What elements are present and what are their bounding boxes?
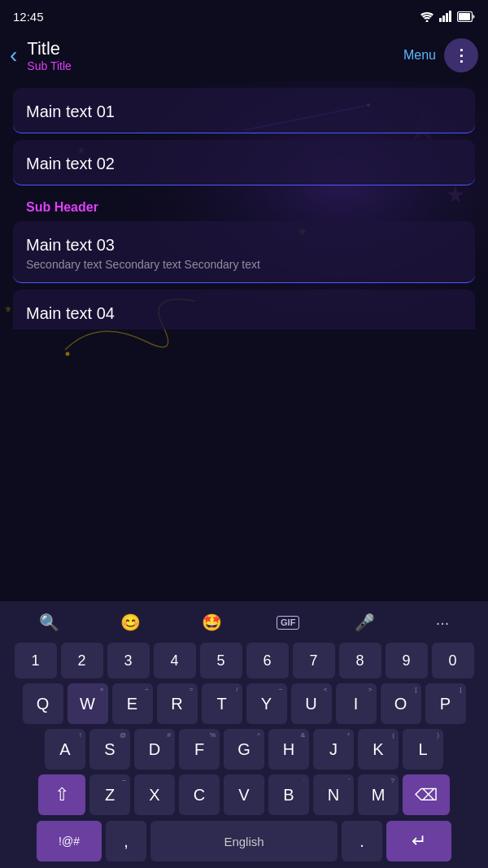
key-w[interactable]: W× bbox=[68, 683, 108, 724]
sub-header: Sub Header bbox=[13, 192, 475, 221]
sticker-tool-button[interactable]: 🤩 bbox=[195, 609, 229, 635]
key-8[interactable]: 8 bbox=[339, 643, 381, 678]
menu-dots-button[interactable]: ⋮ bbox=[444, 38, 478, 72]
status-time: 12:45 bbox=[13, 10, 44, 24]
key-j[interactable]: J* bbox=[313, 729, 354, 770]
gif-tool-button[interactable]: GIF bbox=[277, 616, 299, 630]
comma-key[interactable]: , bbox=[106, 821, 146, 861]
key-3[interactable]: 3 bbox=[107, 643, 150, 678]
shift-button[interactable]: ⇧ bbox=[38, 774, 85, 815]
back-button[interactable]: ‹ bbox=[10, 44, 17, 67]
key-4[interactable]: 4 bbox=[154, 643, 196, 678]
mic-tool-button[interactable]: 🎤 bbox=[348, 609, 381, 635]
key-5[interactable]: 5 bbox=[200, 643, 242, 678]
key-n[interactable]: N' bbox=[313, 774, 354, 815]
key-d[interactable]: D# bbox=[134, 729, 175, 770]
list-item-3-title: Main text 03 bbox=[26, 236, 462, 255]
list-item-1-title: Main text 01 bbox=[26, 103, 462, 121]
svg-rect-6 bbox=[459, 13, 470, 20]
key-e[interactable]: E÷ bbox=[112, 683, 153, 724]
list-item-3-secondary: Secondary text Secondary text Secondary … bbox=[26, 258, 462, 271]
key-m[interactable]: M? bbox=[358, 774, 399, 815]
period-key[interactable]: . bbox=[342, 821, 382, 861]
bottom-row: !@# , English . ↵ bbox=[0, 818, 488, 868]
key-h[interactable]: H& bbox=[268, 729, 309, 770]
svg-rect-3 bbox=[446, 13, 448, 22]
key-c[interactable]: C bbox=[179, 774, 220, 815]
more-tool-button[interactable]: ··· bbox=[429, 610, 456, 635]
list-item-4[interactable]: Main text 04 bbox=[13, 290, 475, 329]
asdf-row: A! S@ D# F% G^ H& J* K( L) bbox=[0, 726, 488, 772]
key-a[interactable]: A! bbox=[45, 729, 85, 770]
dots-icon: ⋮ bbox=[453, 46, 470, 65]
svg-rect-1 bbox=[439, 18, 442, 22]
header-subtitle: Sub Title bbox=[27, 59, 403, 72]
key-7[interactable]: 7 bbox=[293, 643, 335, 678]
qwerty-row: Q W× E÷ R= T/ Y− U< I> O[ P] bbox=[0, 681, 488, 726]
key-q[interactable]: Q bbox=[23, 683, 63, 724]
space-key[interactable]: English bbox=[150, 821, 338, 861]
header-right: Menu ⋮ bbox=[403, 38, 478, 72]
key-2[interactable]: 2 bbox=[61, 643, 103, 678]
list-item-4-title: Main text 04 bbox=[26, 304, 462, 323]
key-k[interactable]: K( bbox=[358, 729, 399, 770]
key-0[interactable]: 0 bbox=[432, 643, 474, 678]
search-tool-button[interactable]: 🔍 bbox=[33, 609, 66, 635]
status-bar: 12:45 bbox=[0, 0, 488, 29]
key-r[interactable]: R= bbox=[157, 683, 198, 724]
key-g[interactable]: G^ bbox=[224, 729, 264, 770]
keyboard-toolbar: 🔍 😊 🤩 GIF 🎤 ··· bbox=[0, 604, 488, 640]
keyboard: 🔍 😊 🤩 GIF 🎤 ··· 1 2 3 4 5 6 7 8 9 0 Q W×… bbox=[0, 601, 488, 868]
key-y[interactable]: Y− bbox=[246, 683, 287, 724]
main-content: Main text 01 Main text 02 Sub Header Mai… bbox=[0, 81, 488, 415]
key-p[interactable]: P] bbox=[425, 683, 466, 724]
svg-point-14 bbox=[66, 352, 70, 356]
symbols-button[interactable]: !@# bbox=[37, 821, 102, 861]
list-item-1[interactable]: Main text 01 bbox=[13, 88, 475, 133]
battery-icon bbox=[457, 11, 475, 22]
key-t[interactable]: T/ bbox=[202, 683, 242, 724]
signal-icon bbox=[439, 11, 452, 22]
menu-label[interactable]: Menu bbox=[403, 48, 436, 63]
key-6[interactable]: 6 bbox=[246, 643, 289, 678]
key-f[interactable]: F% bbox=[179, 729, 220, 770]
backspace-button[interactable]: ⌫ bbox=[403, 774, 450, 815]
number-row: 1 2 3 4 5 6 7 8 9 0 bbox=[0, 640, 488, 681]
header-title-group: Title Sub Title bbox=[27, 38, 403, 72]
key-v[interactable]: V bbox=[224, 774, 264, 815]
status-icons bbox=[420, 11, 475, 22]
svg-rect-4 bbox=[449, 11, 451, 22]
key-u[interactable]: U< bbox=[291, 683, 332, 724]
key-1[interactable]: 1 bbox=[15, 643, 57, 678]
svg-rect-2 bbox=[442, 15, 445, 22]
key-s[interactable]: S@ bbox=[89, 729, 130, 770]
list-item-2[interactable]: Main text 02 bbox=[13, 140, 475, 185]
emoji-tool-button[interactable]: 😊 bbox=[114, 609, 147, 635]
key-b[interactable]: B· bbox=[268, 774, 309, 815]
wifi-icon bbox=[420, 11, 434, 22]
header-title: Title bbox=[27, 38, 403, 59]
key-o[interactable]: O[ bbox=[381, 683, 421, 724]
key-i[interactable]: I> bbox=[336, 683, 377, 724]
app-header: ‹ Title Sub Title Menu ⋮ bbox=[0, 29, 488, 81]
fade-overlay bbox=[0, 390, 488, 415]
key-z[interactable]: Z− bbox=[89, 774, 130, 815]
list-container: Main text 01 Main text 02 Sub Header Mai… bbox=[0, 81, 488, 336]
key-9[interactable]: 9 bbox=[386, 643, 428, 678]
zxcv-row: ⇧ Z− X C V B· N' M? ⌫ bbox=[0, 772, 488, 818]
svg-point-0 bbox=[426, 20, 429, 22]
key-x[interactable]: X bbox=[134, 774, 175, 815]
list-item-3[interactable]: Main text 03 Secondary text Secondary te… bbox=[13, 221, 475, 283]
enter-button[interactable]: ↵ bbox=[386, 821, 451, 861]
list-item-2-title: Main text 02 bbox=[26, 155, 462, 173]
key-l[interactable]: L) bbox=[403, 729, 443, 770]
